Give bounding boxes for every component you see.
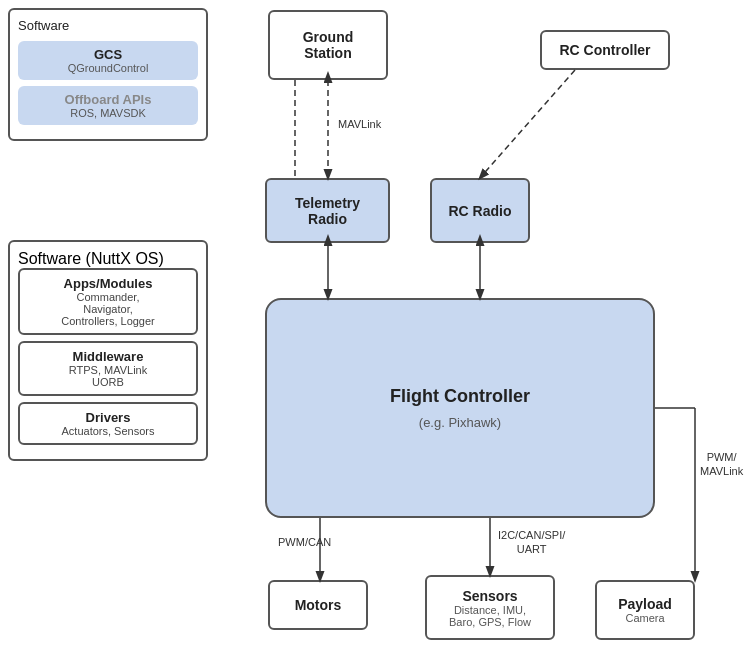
telemetry-radio-block: TelemetryRadio [265, 178, 390, 243]
motors-title: Motors [295, 597, 342, 613]
diagram-container: Software GCS QGroundControl Offboard API… [0, 0, 745, 667]
drivers-box: Drivers Actuators, Sensors [18, 402, 198, 445]
flight-controller-title: Flight Controller [390, 386, 530, 407]
rc-controller-title: RC Controller [560, 42, 651, 58]
panel1-title: Software [18, 18, 198, 33]
gcs-title: GCS [28, 47, 188, 62]
offboard-subtitle: ROS, MAVSDK [28, 107, 188, 119]
payload-subtitle: Camera [625, 612, 664, 624]
rc-radio-block: RC Radio [430, 178, 530, 243]
sensors-block: Sensors Distance, IMU,Baro, GPS, Flow [425, 575, 555, 640]
middleware-title: Middleware [30, 349, 186, 364]
drivers-title: Drivers [30, 410, 186, 425]
sensors-title: Sensors [462, 588, 517, 604]
motors-block: Motors [268, 580, 368, 630]
drivers-subtitle: Actuators, Sensors [30, 425, 186, 437]
offboard-box: Offboard APIs ROS, MAVSDK [18, 86, 198, 125]
pwm-mavlink-label: PWM/MAVLink [700, 450, 743, 479]
software-panel-2: Software (NuttX OS) Apps/Modules Command… [8, 240, 208, 461]
rc-controller-block: RC Controller [540, 30, 670, 70]
svg-line-1 [480, 70, 575, 178]
i2c-label: I2C/CAN/SPI/UART [498, 528, 565, 557]
gcs-subtitle: QGroundControl [28, 62, 188, 74]
sensors-subtitle: Distance, IMU,Baro, GPS, Flow [449, 604, 531, 628]
panel2-title: Software (NuttX OS) [18, 250, 198, 268]
apps-box: Apps/Modules Commander,Navigator,Control… [18, 268, 198, 335]
payload-title: Payload [618, 596, 672, 612]
rc-radio-title: RC Radio [449, 203, 512, 219]
apps-title: Apps/Modules [30, 276, 186, 291]
payload-block: Payload Camera [595, 580, 695, 640]
apps-subtitle: Commander,Navigator,Controllers, Logger [30, 291, 186, 327]
offboard-title: Offboard APIs [28, 92, 188, 107]
ground-station-title: GroundStation [303, 29, 354, 61]
software-panel-1: Software GCS QGroundControl Offboard API… [8, 8, 208, 141]
ground-station-block: GroundStation [268, 10, 388, 80]
middleware-subtitle: RTPS, MAVLinkUORB [30, 364, 186, 388]
flight-controller-subtitle: (e.g. Pixhawk) [419, 415, 501, 430]
gcs-box: GCS QGroundControl [18, 41, 198, 80]
mavlink-label: MAVLink [338, 118, 381, 130]
pwm-can-label: PWM/CAN [278, 536, 331, 548]
telemetry-radio-title: TelemetryRadio [295, 195, 360, 227]
middleware-box: Middleware RTPS, MAVLinkUORB [18, 341, 198, 396]
flight-controller-block: Flight Controller (e.g. Pixhawk) [265, 298, 655, 518]
